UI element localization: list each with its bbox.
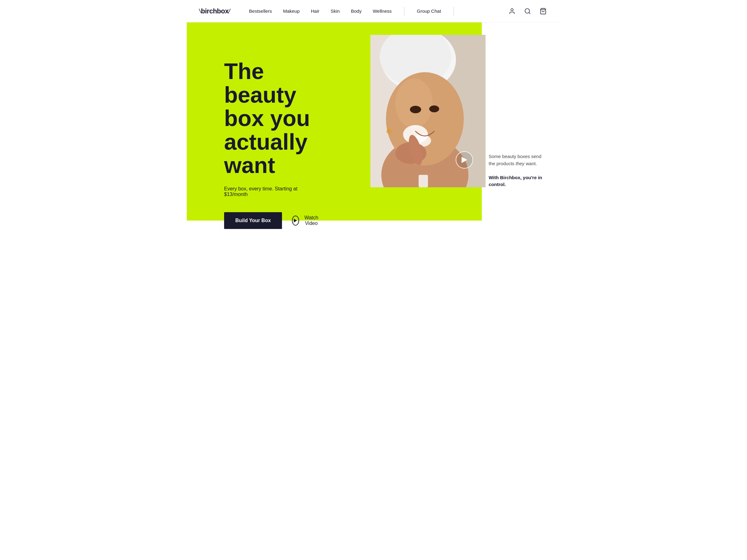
hero-title: The beauty box you actually want xyxy=(224,60,320,177)
side-text-line2: want. xyxy=(524,161,537,166)
brand-name: birchbox xyxy=(201,7,229,15)
logo-icon-right: / xyxy=(229,7,230,15)
nav-group-chat[interactable]: Group Chat xyxy=(417,8,441,14)
search-icon xyxy=(524,8,531,15)
svg-point-18 xyxy=(429,105,439,112)
side-text-paragraph: Some beauty boxes send the products they… xyxy=(489,153,548,188)
build-box-button[interactable]: Build Your Box xyxy=(224,212,282,229)
svg-marker-21 xyxy=(462,157,467,163)
search-button[interactable] xyxy=(523,6,532,16)
nav-bestsellers[interactable]: Bestsellers xyxy=(249,8,272,14)
nav-hair[interactable]: Hair xyxy=(311,8,320,14)
side-text-italic: they xyxy=(516,161,524,166)
nav-skin[interactable]: Skin xyxy=(331,8,340,14)
account-button[interactable] xyxy=(507,6,517,16)
nav-body[interactable]: Body xyxy=(351,8,361,14)
svg-point-0 xyxy=(511,8,513,10)
hero-subtitle: Every box, every time. Starting at $13/m… xyxy=(224,186,320,197)
shopping-bag-icon xyxy=(540,8,546,15)
cart-button[interactable] xyxy=(538,6,548,16)
hero-play-icon xyxy=(462,157,467,163)
svg-marker-4 xyxy=(294,219,297,222)
hero-image xyxy=(370,35,486,187)
header-icons xyxy=(507,6,548,16)
hero-section: The beauty box you actually want Every b… xyxy=(187,22,560,248)
watch-video-button[interactable]: Watch Video xyxy=(292,215,320,226)
nav-wellness[interactable]: Wellness xyxy=(373,8,392,14)
logo-icon: \ xyxy=(199,7,201,15)
hero-actions: Build Your Box Watch Video xyxy=(224,212,320,229)
nav-makeup[interactable]: Makeup xyxy=(283,8,300,14)
side-text-bold: With Birchbox, you're in control. xyxy=(489,175,542,187)
svg-rect-20 xyxy=(419,175,428,187)
play-icon xyxy=(294,219,297,222)
side-text-block: Some beauty boxes send the products they… xyxy=(489,153,548,188)
nav-divider-2 xyxy=(454,7,454,16)
watch-video-label: Watch Video xyxy=(302,215,320,226)
site-header: \ birchbox / Bestsellers Makeup Hair Ski… xyxy=(187,0,560,22)
main-nav: Bestsellers Makeup Hair Skin Body Wellne… xyxy=(249,7,507,16)
play-circle-icon xyxy=(292,216,299,225)
nav-divider xyxy=(404,7,404,16)
svg-point-17 xyxy=(410,106,421,113)
svg-line-2 xyxy=(529,12,530,14)
svg-point-12 xyxy=(395,78,433,128)
user-icon xyxy=(509,8,515,15)
hero-content: The beauty box you actually want Every b… xyxy=(187,22,320,248)
svg-point-19 xyxy=(387,129,391,134)
logo-link[interactable]: \ birchbox / xyxy=(199,7,230,15)
hero-play-button[interactable] xyxy=(456,151,473,169)
